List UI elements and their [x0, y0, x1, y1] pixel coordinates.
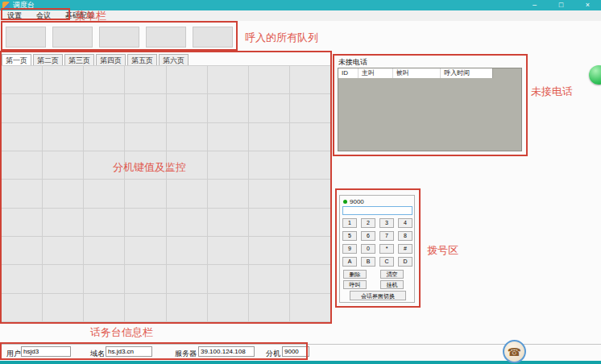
queue-box[interactable] — [52, 27, 93, 48]
dialpad-key-7[interactable]: 7 — [379, 231, 394, 241]
grid-cell[interactable] — [2, 151, 42, 179]
green-status-ball[interactable] — [589, 65, 601, 85]
hangup-button[interactable]: 挂机 — [380, 280, 404, 289]
domain-input[interactable] — [106, 346, 152, 357]
dialpad-key-B[interactable]: B — [361, 257, 375, 267]
grid-cell[interactable] — [208, 209, 248, 236]
dialpad-key-A[interactable]: A — [342, 257, 357, 267]
dialpad-key-9[interactable]: 9 — [342, 244, 357, 254]
call-button[interactable]: 呼叫 — [343, 280, 367, 289]
tab-page-4[interactable]: 第四页 — [96, 54, 126, 65]
close-button[interactable]: × — [574, 0, 601, 10]
tab-page-6[interactable]: 第六页 — [159, 54, 189, 65]
tab-page-3[interactable]: 第三页 — [64, 54, 94, 65]
grid-cell[interactable] — [125, 237, 165, 264]
grid-cell[interactable] — [249, 294, 289, 321]
grid-cell[interactable] — [2, 237, 42, 264]
grid-cell[interactable] — [290, 66, 330, 93]
dialpad-key-8[interactable]: 8 — [398, 231, 412, 241]
grid-cell[interactable] — [208, 265, 248, 292]
grid-cell[interactable] — [167, 123, 207, 151]
tab-page-5[interactable]: 第五页 — [127, 54, 157, 65]
grid-cell[interactable] — [125, 294, 165, 321]
grid-cell[interactable] — [249, 209, 289, 236]
grid-cell[interactable] — [43, 265, 83, 292]
grid-cell[interactable] — [43, 123, 83, 151]
grid-cell[interactable] — [43, 94, 83, 122]
minimize-button[interactable]: – — [521, 0, 548, 10]
phone-icon[interactable]: ☎ — [503, 340, 526, 363]
grid-cell[interactable] — [208, 294, 248, 321]
clear-button[interactable]: 清空 — [380, 270, 404, 279]
dial-number-input[interactable] — [342, 206, 412, 215]
grid-cell[interactable] — [125, 151, 165, 179]
tab-page-2[interactable]: 第二页 — [33, 54, 63, 65]
grid-cell[interactable] — [84, 66, 124, 93]
grid-cell[interactable] — [2, 123, 42, 151]
grid-cell[interactable] — [290, 180, 330, 207]
column-header-caller[interactable]: 主叫 — [359, 68, 393, 78]
grid-cell[interactable] — [167, 209, 207, 236]
grid-cell[interactable] — [208, 180, 248, 207]
dialpad-key-6[interactable]: 6 — [361, 231, 375, 241]
missed-calls-body[interactable] — [338, 78, 521, 151]
dialpad-key-4[interactable]: 4 — [398, 218, 412, 228]
dialpad-key-5[interactable]: 5 — [342, 231, 357, 241]
grid-cell[interactable] — [208, 237, 248, 264]
grid-cell[interactable] — [208, 123, 248, 151]
grid-cell[interactable] — [208, 151, 248, 179]
grid-cell[interactable] — [125, 123, 165, 151]
grid-cell[interactable] — [167, 237, 207, 264]
grid-cell[interactable] — [208, 94, 248, 122]
dialpad-key-C[interactable]: C — [379, 257, 394, 267]
queue-box[interactable] — [193, 27, 233, 48]
dialpad-key-2[interactable]: 2 — [361, 218, 375, 228]
grid-cell[interactable] — [84, 151, 124, 179]
grid-cell[interactable] — [249, 151, 289, 179]
grid-cell[interactable] — [125, 265, 165, 292]
grid-cell[interactable] — [290, 123, 330, 151]
grid-cell[interactable] — [249, 94, 289, 122]
grid-cell[interactable] — [2, 66, 42, 93]
dialpad-key-*[interactable]: * — [379, 244, 394, 254]
grid-cell[interactable] — [2, 94, 42, 122]
column-header-callee[interactable]: 被叫 — [393, 68, 441, 78]
grid-cell[interactable] — [290, 294, 330, 321]
grid-cell[interactable] — [2, 294, 42, 321]
session-switch-button[interactable]: 会话界面切换 — [350, 291, 406, 300]
menu-item-conference[interactable]: 会议 — [29, 10, 58, 21]
column-header-call-time[interactable]: 呼入时间 — [441, 68, 492, 78]
grid-cell[interactable] — [125, 209, 165, 236]
grid-cell[interactable] — [84, 265, 124, 292]
grid-cell[interactable] — [167, 94, 207, 122]
server-input[interactable] — [198, 346, 255, 357]
grid-cell[interactable] — [125, 94, 165, 122]
dialpad-key-0[interactable]: 0 — [361, 244, 375, 254]
grid-cell[interactable] — [249, 123, 289, 151]
grid-cell[interactable] — [290, 151, 330, 179]
grid-cell[interactable] — [84, 294, 124, 321]
queue-box[interactable] — [99, 27, 139, 48]
grid-cell[interactable] — [249, 265, 289, 292]
grid-cell[interactable] — [43, 151, 83, 179]
grid-cell[interactable] — [167, 66, 207, 93]
grid-cell[interactable] — [249, 237, 289, 264]
delete-button[interactable]: 删除 — [343, 270, 367, 279]
column-header-id[interactable]: ID — [338, 68, 359, 78]
tab-page-1[interactable]: 第一页 — [2, 54, 31, 65]
grid-cell[interactable] — [125, 180, 165, 207]
grid-cell[interactable] — [2, 265, 42, 292]
grid-cell[interactable] — [2, 209, 42, 236]
grid-cell[interactable] — [43, 294, 83, 321]
grid-cell[interactable] — [290, 94, 330, 122]
maximize-button[interactable]: □ — [548, 0, 574, 10]
grid-cell[interactable] — [249, 66, 289, 93]
grid-cell[interactable] — [249, 180, 289, 207]
menu-item-settings[interactable]: 设置 — [0, 10, 29, 21]
queue-box[interactable] — [6, 27, 46, 48]
grid-cell[interactable] — [43, 237, 83, 264]
grid-cell[interactable] — [167, 180, 207, 207]
user-input[interactable] — [21, 346, 71, 357]
grid-cell[interactable] — [84, 94, 124, 122]
grid-cell[interactable] — [208, 66, 248, 93]
